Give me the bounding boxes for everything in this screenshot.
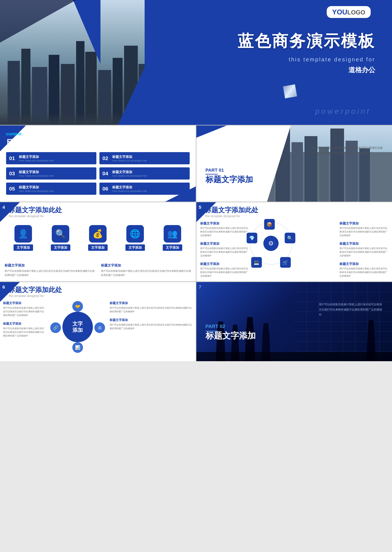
slide5-right3-title: 标题文字添加 [339, 262, 388, 266]
slide2-item3-sub: THIS TEMPLATE DESIGNED FOR [19, 175, 54, 177]
slide6-desc4-text: 用户可以在投影仪或者计算机上进行演示也可以将演示文稿打印出来制作成胶片以便应用到… [110, 323, 193, 330]
slide2-item1-title: 标题文字添加 [19, 155, 54, 159]
slide5-node-2: 🔍 [285, 233, 295, 243]
slide6-desc-3: 标题文字添加 用户可以在投影仪或者计算机上进行演示也可以将演示文稿打印出来制作成… [110, 301, 193, 313]
slide3-part-label: PART 01 [205, 168, 224, 173]
slide4-icon1-circle: 👤 [14, 225, 32, 243]
slide6-content: 标题文字添加 用户可以在投影仪或者计算机上进行演示也可以将演示文稿打印出来制作成… [3, 301, 193, 353]
slide6-subtitle: this template designed for [9, 294, 44, 298]
slide-5: 5 标题文字添加此处 this template designed for 标题… [196, 202, 392, 281]
slide1-logo-box: YOULOGO [327, 6, 371, 18]
slide5-right2-text: 用户可以在投影仪或者计算机上进行演示也可以将演示文稿打印出来制作成胶片以便应用到… [339, 247, 388, 257]
slide7-title: 标题文字添加 [205, 330, 256, 341]
slide2-item6-num: 06 [102, 186, 110, 192]
slide6-right-col: 标题文字添加 用户可以在投影仪或者计算机上进行演示也可以将演示文稿打印出来制作成… [110, 301, 193, 330]
slide5-left1-text: 用户可以在投影仪或者计算机上进行演示也可以将演示文稿打印出来制作成胶片以便应用到… [200, 226, 249, 237]
slide5-right-item-2: 标题文字添加 用户可以在投影仪或者计算机上进行演示也可以将演示文稿打印出来制作成… [339, 241, 388, 257]
slide4-icon5-label: 文字添加 [163, 244, 182, 251]
slide5-center-diagram: ⚙ 📦 🔍 🛒 💻 💎 [247, 219, 295, 271]
slide2-content-label: content [6, 132, 21, 136]
slide5-left-items: 标题文字添加 用户可以在投影仪或者计算机上进行演示也可以将演示文稿打印出来制作成… [200, 221, 249, 278]
slide5-right3-text: 用户可以在投影仪或者计算机上进行演示也可以将演示文稿打印出来制作成胶片以便应用到… [339, 267, 388, 278]
slide6-main-circle: 文字 添加 [63, 312, 93, 342]
slide4-desc-row: 标题文字添加 用户可以在投影仪或者计算机上进行演示也可以将演示文稿打印出来制作成… [5, 263, 191, 277]
slide4-icon-3: 💰 文字添加 [88, 225, 108, 251]
slide2-item1-sub: THIS TEMPLATE DESIGNED FOR [19, 160, 54, 162]
slide2-item6-title: 标题文字添加 [112, 185, 147, 190]
slide3-num: 3 [199, 128, 201, 133]
slide6-left-col: 标题文字添加 用户可以在投影仪或者计算机上进行演示也可以将演示文稿打印出来制作成… [3, 301, 46, 338]
slide2-item4-title: 标题文字添加 [112, 170, 147, 174]
slide4-title: 标题文字添加此处 [8, 205, 62, 215]
slide5-node-1: 📦 [264, 219, 275, 230]
slide5-right-item-3: 标题文字添加 用户可以在投影仪或者计算机上进行演示也可以将演示文稿打印出来制作成… [339, 262, 388, 278]
slide6-desc3-text: 用户可以在投影仪或者计算机上进行演示也可以将演示文稿打印出来制作成胶片以便应用到… [110, 306, 193, 313]
slide6-title: 标题文字添加此处 [8, 285, 62, 294]
slide5-node-3: 🛒 [280, 257, 291, 268]
slide5-center-icon: ⚙ [263, 236, 279, 251]
slide7-part-label: PART 02 [205, 324, 225, 329]
slide5-right1-title: 标题文字添加 [339, 221, 388, 226]
slide5-left1-title: 标题文字添加 [200, 221, 249, 226]
slide6-center: 文字 添加 🤝 ⚖ 📊 🔗 [49, 301, 106, 353]
slide2-item2-title: 标题文字添加 [112, 155, 147, 159]
slide4-num: 4 [2, 205, 5, 210]
slide2-item-1: 01 标题文字添加THIS TEMPLATE DESIGNED FOR [6, 152, 96, 164]
slide4-desc-2: 标题文字添加 用户可以在投影仪或者计算机上进行演示也可以将演示文稿打印出来制作成… [101, 263, 191, 277]
slide-2: 2 content 目录 01 标题文字添加THIS TEMPLATE DESI… [0, 126, 196, 202]
slide6-desc-2: 标题文字添加 用户可以在投影仪或者计算机上进行演示也可以将演示文稿打印出来制作成… [3, 322, 46, 338]
slide2-item5-title: 标题文字添加 [19, 185, 54, 190]
slide4-icon2-label: 文字添加 [51, 244, 70, 251]
slide2-item1-num: 01 [9, 155, 17, 161]
slide2-item4-num: 04 [102, 170, 110, 177]
slide6-center-label1: 文字 [72, 321, 83, 327]
slide4-icon-2: 🔍 文字添加 [51, 225, 70, 251]
slide4-desc2-text: 用户可以在投影仪或者计算机上进行演示也可以将演示文稿打印出来制作成胶片以便应用到… [101, 269, 191, 277]
slide1-ppt-label: powerpoint [315, 107, 371, 116]
slide5-left3-title: 标题文字添加 [200, 262, 249, 266]
slide2-item2-sub: THIS TEMPLATE DESIGNED FOR [112, 160, 147, 162]
slide1-main-title: 蓝色商务演示模板 [238, 30, 375, 52]
slide6-desc2-title: 标题文字添加 [3, 322, 46, 326]
slide6-desc1-title: 标题文字添加 [3, 301, 46, 305]
slide6-center-label2: 添加 [72, 327, 83, 333]
slide6-desc3-title: 标题文字添加 [110, 301, 193, 305]
slide4-icon3-circle: 💰 [89, 225, 106, 243]
slide3-title: 标题文字添加 [205, 174, 253, 185]
slide5-title: 标题文字添加此处 [205, 205, 258, 215]
slide1-dark-triangle [0, 0, 76, 43]
slide2-item-5: 05 标题文字添加THIS TEMPLATE DESIGNED FOR [6, 183, 96, 195]
slide5-left-item-3: 标题文字添加 用户可以在投影仪或者计算机上进行演示也可以将演示文稿打印出来制作成… [200, 262, 249, 278]
slide5-node-5: 💎 [247, 233, 257, 243]
slide4-icon-4: 🌐 文字添加 [126, 225, 145, 251]
slide4-icon4-circle: 🌐 [126, 225, 144, 243]
slide-7: 7 PART 02 标题文字添加 用户可以在投影仪或者计算机上进行演示也可以将演… [196, 282, 392, 361]
slide-4: 4 标题文字添加此处 this template designed for 👤 … [0, 202, 196, 281]
slide6-desc-4: 标题文字添加 用户可以在投影仪或者计算机上进行演示也可以将演示文稿打印出来制作成… [110, 318, 193, 330]
slide7-num: 7 [199, 284, 201, 290]
slide6-desc1-text: 用户可以在投影仪或者计算机上进行演示也可以将演示文稿打印出来制作成胶片以便应用到… [3, 306, 46, 317]
slide4-icons-row: 👤 文字添加 🔍 文字添加 💰 文字添加 🌐 文字添加 👥 文字添加 [5, 225, 191, 251]
slide2-item6-sub: THIS TEMPLATE DESIGNED FOR [112, 190, 147, 192]
slide4-desc1-text: 用户可以在投影仪或者计算机上进行演示也可以将演示文稿打印出来制作成胶片以便应用到… [5, 269, 95, 277]
slide3-desc: 用户可以在投影仪或者计算机上进行演示也可以将演示文稿打印出来制作成胶片以便应用到… [311, 145, 384, 156]
slide2-title: 目录 [6, 137, 23, 149]
slide5-right2-title: 标题文字添加 [339, 241, 388, 246]
slide4-desc2-title: 标题文字添加 [101, 263, 191, 268]
slide5-left3-text: 用户可以在投影仪或者计算机上进行演示也可以将演示文稿打印出来制作成胶片以便应用到… [200, 267, 249, 278]
slide2-bottom-tri [165, 186, 196, 202]
slide5-left2-title: 标题文字添加 [200, 241, 249, 246]
slide2-item-3: 03 标题文字添加THIS TEMPLATE DESIGNED FOR [6, 167, 96, 180]
slide4-icon2-circle: 🔍 [52, 225, 69, 243]
slide4-icon-1: 👤 文字添加 [14, 225, 33, 251]
slide2-item2-num: 02 [102, 155, 110, 161]
slide6-desc2-text: 用户可以在投影仪或者计算机上进行演示也可以将演示文稿打印出来制作成胶片以便应用到… [3, 327, 46, 338]
slide-6: 6 标题文字添加此处 this template designed for 标题… [0, 282, 196, 361]
logo-logo: LOGO [347, 9, 365, 16]
slide5-right-items: 标题文字添加 用户可以在投影仪或者计算机上进行演示也可以将演示文稿打印出来制作成… [339, 221, 388, 278]
slide2-num: 2 [2, 128, 5, 133]
slide4-icon5-circle: 👥 [164, 225, 181, 243]
slide2-item5-num: 05 [9, 186, 17, 192]
slide5-subtitle: this template designed for [205, 214, 240, 218]
slide1-sub1: this template designed for [289, 56, 375, 63]
